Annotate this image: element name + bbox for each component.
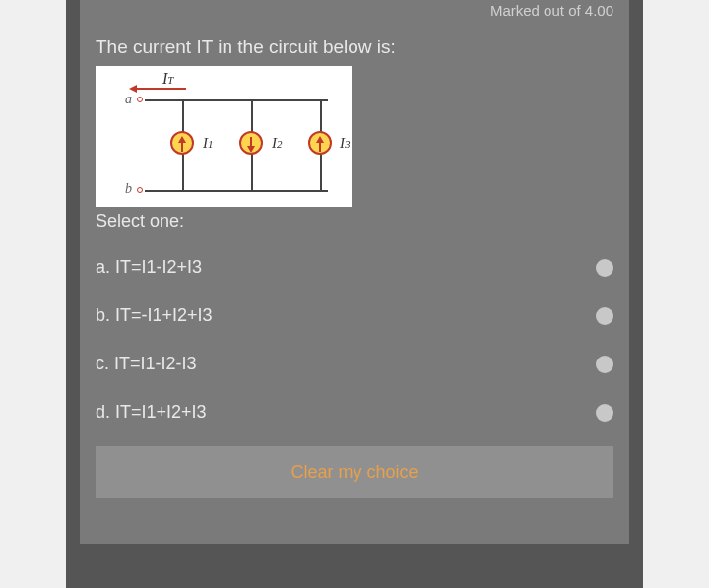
node-b-label: b xyxy=(125,181,132,197)
option-c[interactable]: c. IT=I1-I2-I3 xyxy=(96,340,613,388)
wire-bottom xyxy=(145,190,328,192)
terminal-a xyxy=(137,97,143,102)
current-source-3 xyxy=(308,131,332,155)
question-card: Marked out of 4.00 The current IT in the… xyxy=(80,0,629,544)
option-a[interactable]: a. IT=I1-I2+I3 xyxy=(96,243,613,292)
marks-label: Marked out of 4.00 xyxy=(490,0,613,19)
current-source-1 xyxy=(170,131,194,155)
it-arrow-line xyxy=(135,88,186,90)
circuit-diagram: IT a b xyxy=(96,66,352,207)
wire-top xyxy=(145,99,328,101)
radio-button[interactable] xyxy=(596,307,613,325)
current-source-2 xyxy=(239,131,263,155)
option-label: d. IT=I1+I2+I3 xyxy=(96,402,207,423)
option-label: a. IT=I1-I2+I3 xyxy=(96,257,202,278)
arrow-down-icon xyxy=(247,146,255,153)
i3-label: I3 xyxy=(340,135,351,152)
option-label: c. IT=I1-I2-I3 xyxy=(96,354,197,374)
clear-choice-button[interactable]: Clear my choice xyxy=(96,446,613,498)
header-row: Marked out of 4.00 xyxy=(96,0,613,19)
radio-button[interactable] xyxy=(596,259,613,277)
i1-label: I1 xyxy=(203,135,214,152)
radio-button[interactable] xyxy=(596,404,613,422)
i2-label: I2 xyxy=(272,135,283,152)
app-container: Marked out of 4.00 The current IT in the… xyxy=(66,0,643,588)
option-d[interactable]: d. IT=I1+I2+I3 xyxy=(96,388,613,436)
radio-button[interactable] xyxy=(596,356,613,373)
it-label: IT xyxy=(162,70,173,88)
question-text: The current IT in the circuit below is: xyxy=(96,36,613,58)
select-one-label: Select one: xyxy=(96,211,613,231)
node-a-label: a xyxy=(125,92,132,107)
option-b[interactable]: b. IT=-I1+I2+I3 xyxy=(96,292,613,340)
option-label: b. IT=-I1+I2+I3 xyxy=(96,305,213,326)
terminal-b xyxy=(137,187,143,193)
